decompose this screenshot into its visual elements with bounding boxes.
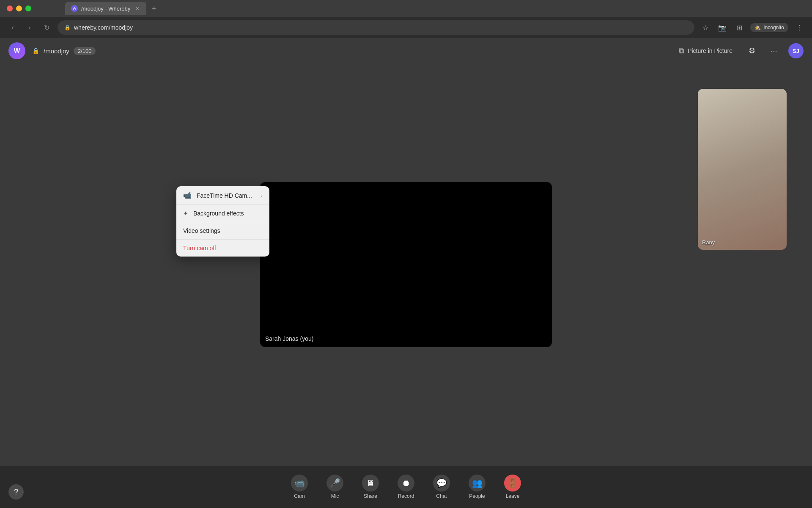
picture-in-picture-button[interactable]: ⧉ Picture in Picture [674,44,738,58]
incognito-label: Incognito [763,25,784,30]
close-window-button[interactable] [7,6,13,11]
room-info: 🔒 /moodjoy 2/100 [32,47,96,55]
menu-item-video-settings[interactable]: Video settings [176,222,269,240]
browser-more-button[interactable]: ⋮ [793,22,805,33]
bottom-toolbar: 📹 Cam 🎤 Mic 🖥 Share ⏺ Record 💬 Chat 👥 Pe… [0,466,812,508]
leave-icon: 🚪 [504,475,521,491]
menu-item-camera-source[interactable]: 📹 FaceTime HD Cam... › [176,186,269,205]
video-grid: Sarah Jonas (you) [0,64,812,466]
traffic-lights [7,6,31,11]
record-icon: ⏺ [398,475,414,491]
camera-source-label: FaceTime HD Cam... [197,192,256,199]
chat-icon: 💬 [433,475,450,491]
minimize-window-button[interactable] [16,6,22,11]
secondary-video-feed [698,89,787,250]
camera-source-icon: 📹 [183,191,192,199]
room-name: /moodjoy [44,47,69,55]
room-count-badge: 2/100 [74,47,96,55]
video-tile-main: Sarah Jonas (you) [260,182,552,347]
secondary-participant-label: Rany [702,239,715,246]
app-logo: W [8,42,25,59]
toolbar-actions: ☆ 📷 ⊞ 🕵️ Incognito ⋮ [700,22,805,33]
settings-button[interactable]: ⚙ [744,43,760,58]
mic-icon-wrapper: 🎤 [326,475,343,491]
mic-icon: 🎤 [326,475,343,491]
browser-toolbar: ‹ › ↻ 🔒 whereby.com/moodjoy ☆ 📷 ⊞ 🕵️ Inc… [0,17,812,38]
reload-button[interactable]: ↻ [41,22,52,33]
user-avatar: SJ [788,43,804,58]
url-display: whereby.com/moodjoy [74,24,133,31]
people-icon: 👥 [469,475,486,491]
tab-title: /moodjoy - Whereby [81,6,130,12]
app-header: W 🔒 /moodjoy 2/100 ⧉ Picture in Picture … [0,38,812,64]
cam-button[interactable]: 📹 Cam [283,470,315,503]
incognito-badge: 🕵️ Incognito [750,23,788,32]
header-right: ⧉ Picture in Picture ⚙ ··· SJ [674,43,804,58]
cam-label: Cam [294,493,304,499]
camera-icon[interactable]: 📷 [716,22,728,33]
pip-icon: ⧉ [679,47,684,55]
share-label: Share [364,493,377,499]
record-button[interactable]: ⏺ Record [390,470,422,503]
new-tab-button[interactable]: + [148,3,160,14]
bookmark-icon[interactable]: ☆ [700,22,711,33]
background-effects-icon: ✦ [183,210,188,217]
cam-icon: 📹 [291,475,308,491]
main-participant-label: Sarah Jonas (you) [265,335,313,342]
help-button[interactable]: ? [8,484,24,500]
tab-bar: W /moodjoy - Whereby ✕ + [31,2,160,15]
forward-button[interactable]: › [24,22,36,33]
share-button[interactable]: 🖥 Share [354,470,387,503]
mic-label: Mic [331,493,339,499]
extensions-icon[interactable]: ⊞ [733,22,745,33]
video-tile-secondary: Rany [698,89,787,250]
turn-cam-off-label: Turn cam off [183,245,263,251]
background-effects-label: Background effects [193,210,263,217]
browser-chrome: W /moodjoy - Whereby ✕ + ‹ › ↻ 🔒 whereby… [0,0,812,38]
main-content: Sarah Jonas (you) Rany 📹 FaceTime HD Cam… [0,64,812,466]
leave-label: Leave [506,493,520,499]
browser-titlebar: W /moodjoy - Whereby ✕ + [0,0,812,17]
lock-icon: 🔒 [64,25,71,30]
camera-context-menu: 📹 FaceTime HD Cam... › ✦ Background effe… [176,186,269,257]
tab-favicon: W [71,5,78,12]
mic-button[interactable]: 🎤 Mic [319,470,351,503]
leave-button[interactable]: 🚪 Leave [497,470,529,503]
people-label: People [469,493,485,499]
video-settings-label: Video settings [183,227,263,234]
menu-item-background-effects[interactable]: ✦ Background effects [176,205,269,222]
maximize-window-button[interactable] [25,6,31,11]
camera-source-arrow: › [261,193,263,199]
tab-close-button[interactable]: ✕ [134,5,140,12]
share-icon: 🖥 [362,475,379,491]
active-tab[interactable]: W /moodjoy - Whereby ✕ [65,2,146,15]
back-button[interactable]: ‹ [7,22,19,33]
room-lock-icon: 🔒 [32,47,39,54]
record-label: Record [398,493,414,499]
pip-label: Picture in Picture [688,47,732,54]
incognito-icon: 🕵️ [754,25,761,30]
chat-label: Chat [436,493,447,499]
menu-item-turn-cam-off[interactable]: Turn cam off [176,240,269,257]
address-bar[interactable]: 🔒 whereby.com/moodjoy [58,20,694,35]
people-button[interactable]: 👥 People [461,470,493,503]
more-options-button[interactable]: ··· [766,43,782,58]
chat-button[interactable]: 💬 Chat [425,470,458,503]
